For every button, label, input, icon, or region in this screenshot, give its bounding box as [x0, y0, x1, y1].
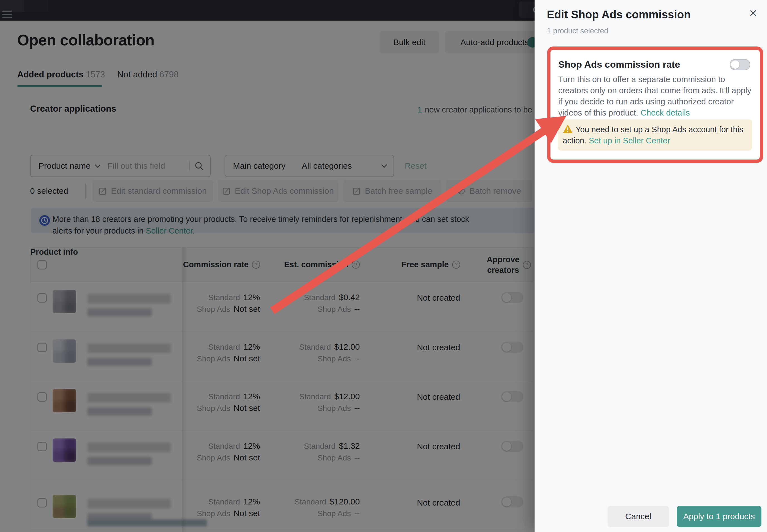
shop-ads-commission-rate-title: Shop Ads commission rate	[558, 59, 680, 70]
warning-icon	[563, 124, 573, 134]
shop-ads-description: Turn this on to offer a separate commiss…	[558, 74, 754, 118]
highlighted-commission-card: Shop Ads commission rate Turn this on to…	[547, 46, 763, 163]
shop-ads-commission-toggle[interactable]	[730, 59, 750, 70]
drawer-title: Edit Shop Ads commission	[547, 8, 691, 21]
cancel-button[interactable]: Cancel	[608, 506, 669, 527]
edit-shop-ads-drawer: Edit Shop Ads commission 1 product selec…	[534, 0, 767, 532]
shop-ads-warning: You need to set up a Shop Ads account fo…	[558, 119, 752, 151]
apply-button[interactable]: Apply to 1 products	[677, 506, 761, 527]
set-up-seller-center-link[interactable]: Set up in Seller Center	[589, 136, 670, 145]
close-icon[interactable]: ✕	[746, 7, 760, 20]
drawer-subtitle: 1 product selected	[547, 27, 609, 35]
check-details-link[interactable]: Check details	[641, 108, 690, 117]
